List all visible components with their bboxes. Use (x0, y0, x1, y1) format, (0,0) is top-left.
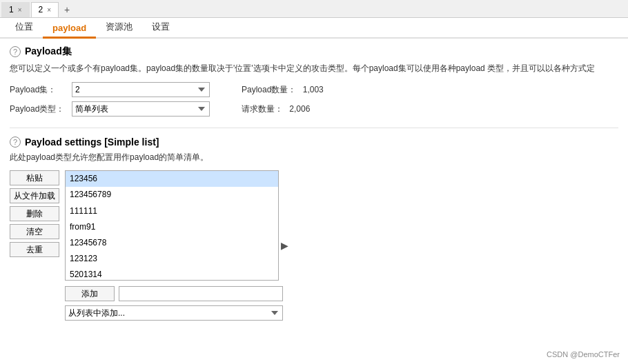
clear-button[interactable]: 清空 (10, 224, 59, 239)
payload-type-label: Payload类型： (10, 103, 72, 115)
dedup-button[interactable]: 去重 (10, 242, 59, 257)
payload-count-label: Payload数量： (242, 85, 296, 94)
load-file-button[interactable]: 从文件加载 (10, 188, 59, 203)
paste-button[interactable]: 粘贴 (10, 170, 59, 185)
tab-2-close[interactable]: × (47, 6, 51, 14)
request-count-label: 请求数量： (242, 104, 283, 114)
add-row: 添加 (65, 286, 286, 301)
nav-tab-resource-pool[interactable]: 资源池 (96, 17, 142, 39)
payload-count-value: 1,003 (303, 85, 324, 94)
list-item[interactable]: 123123 (66, 251, 278, 267)
nav-tabs: 位置 payload 资源池 设置 (0, 18, 628, 39)
payload-set-help-icon[interactable]: ? (10, 46, 21, 57)
nav-tab-position[interactable]: 位置 (6, 17, 43, 39)
payload-type-select[interactable]: 简单列表 运行时文件 自定义迭代器 (72, 101, 210, 117)
payload-set-title: Payload集 (25, 46, 72, 58)
payload-settings-section: ? Payload settings [Simple list] 此处paylo… (10, 136, 618, 321)
list-arrow-icon: ▶ (281, 240, 288, 251)
payload-settings-desc: 此处payload类型允许您配置用作payload的简单清单。 (10, 152, 618, 163)
nav-tab-payload[interactable]: payload (43, 19, 96, 39)
tab-2-label: 2 (39, 5, 43, 14)
payload-set-label: Payload集： (10, 84, 72, 96)
tab-2[interactable]: 2 × (31, 2, 59, 17)
add-button[interactable]: 添加 (65, 286, 115, 301)
list-item[interactable]: 123456 (66, 171, 278, 187)
list-area: 粘贴 从文件加载 删除 清空 去重 123456 123456789 11111… (10, 170, 618, 321)
payload-settings-title: Payload settings [Simple list] (25, 136, 159, 148)
list-item[interactable]: 111111 (66, 203, 278, 219)
payload-type-row: Payload类型： 简单列表 运行时文件 自定义迭代器 请求数量： 2,006 (10, 101, 618, 117)
payload-count-stat: Payload数量： 1,003 (237, 84, 324, 96)
section-divider (10, 128, 618, 128)
nav-tab-settings[interactable]: 设置 (142, 17, 179, 39)
list-item[interactable]: 5201314 (66, 267, 278, 281)
action-buttons: 粘贴 从文件加载 删除 清空 去重 (10, 170, 59, 257)
dropdown-row: 从列表中添加... (65, 305, 286, 321)
payload-set-header: ? Payload集 (10, 46, 618, 58)
tab-1-label: 1 (9, 5, 14, 14)
add-from-list-select[interactable]: 从列表中添加... (65, 305, 283, 321)
add-input[interactable] (119, 286, 283, 301)
payload-list[interactable]: 123456 123456789 111111 from91 12345678 … (65, 170, 279, 281)
payload-set-section: ? Payload集 您可以定义一个或多个有payload集。payload集的… (10, 46, 618, 117)
payload-settings-help-icon[interactable]: ? (10, 136, 21, 148)
tab-add-button[interactable]: + (59, 2, 75, 17)
main-content: ? Payload集 您可以定义一个或多个有payload集。payload集的… (0, 39, 628, 364)
request-count-stat: 请求数量： 2,006 (237, 103, 310, 115)
list-item[interactable]: from91 (66, 219, 278, 235)
delete-button[interactable]: 删除 (10, 206, 59, 221)
list-container: 123456 123456789 111111 from91 12345678 … (65, 170, 286, 321)
payload-set-desc: 您可以定义一个或多个有payload集。payload集的数量取决于'位置'选项… (10, 62, 618, 75)
watermark: CSDN @DemoCTFer (547, 350, 620, 358)
tab-bar: 1 × 2 × + (0, 0, 628, 18)
payload-set-row: Payload集： 2 1 3 4 Payload数量： 1,003 (10, 82, 618, 97)
list-item[interactable]: 12345678 (66, 235, 278, 251)
list-item[interactable]: 123456789 (66, 187, 278, 203)
payload-set-select[interactable]: 2 1 3 4 (72, 82, 210, 97)
tab-1-close[interactable]: × (18, 6, 22, 14)
payload-settings-header: ? Payload settings [Simple list] (10, 136, 618, 148)
tab-1[interactable]: 1 × (1, 2, 30, 17)
request-count-value: 2,006 (289, 104, 310, 114)
